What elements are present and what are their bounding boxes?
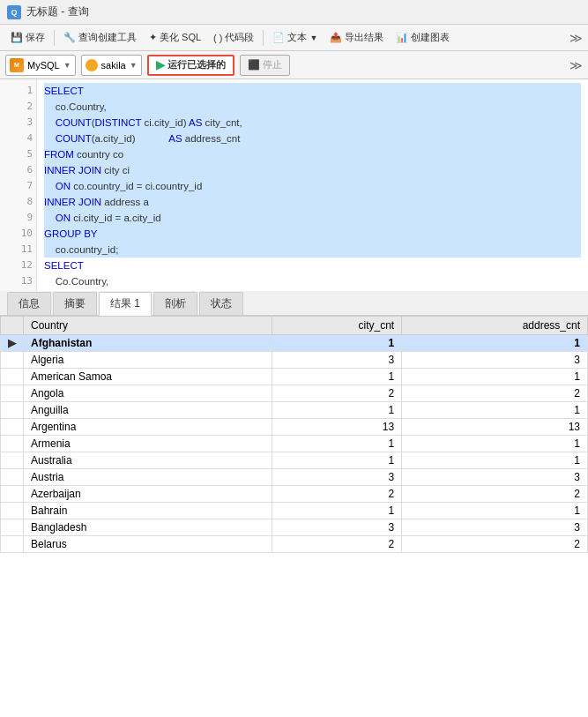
separator2 [263, 30, 264, 46]
code-line: INNER JOIN address a [44, 194, 581, 210]
col-header-Country: Country [24, 317, 272, 335]
table-row[interactable]: Argentina1313 [1, 419, 588, 436]
separator [54, 30, 55, 46]
table-row[interactable]: Algeria33 [1, 352, 588, 369]
code-line: FROM country co [44, 146, 581, 162]
db-name-icon [86, 59, 98, 71]
table-row[interactable]: Armenia11 [1, 436, 588, 452]
code-line: Co.Country, [44, 273, 581, 289]
bottom-tabs: 信息摘要结果 1剖析状态 [0, 291, 588, 316]
app-icon: Q [7, 5, 21, 19]
save-button[interactable]: 💾 保存 [5, 29, 50, 46]
col-header-city_cnt: city_cnt [272, 317, 402, 335]
toolbar-expand-icon[interactable]: ≫ [569, 31, 583, 45]
title-bar: Q 无标题 - 查询 [0, 0, 588, 25]
save-icon: 💾 [11, 32, 23, 43]
table-row[interactable]: Belarus22 [1, 536, 588, 553]
export-icon: 📤 [330, 32, 342, 43]
tab-结果1[interactable]: 结果 1 [99, 292, 152, 316]
code-icon: ( ) [213, 33, 222, 43]
toolbar: 💾 保存 🔧 查询创建工具 ✦ 美化 SQL ( ) 代码段 📄 文本 ▼ 📤 … [0, 25, 588, 51]
table-row[interactable]: Angola22 [1, 385, 588, 402]
line-numbers: 1234567891011121314151617181920212223 [12, 79, 37, 291]
fold-column: ⊖⊖ [0, 79, 12, 291]
text-dropdown-icon: ▼ [309, 34, 317, 42]
main-content: ⊖⊖ 1234567891011121314151617181920212223… [0, 79, 588, 717]
table-row[interactable]: American Samoa11 [1, 369, 588, 385]
code-line: (Select COUNT(1) [44, 289, 581, 291]
table-row[interactable]: Bahrain11 [1, 503, 588, 519]
mysql-icon: M [10, 58, 24, 72]
table-row[interactable]: Australia11 [1, 452, 588, 469]
results-table: Countrycity_cntaddress_cnt ▶Afghanistan1… [0, 316, 588, 553]
tab-信息[interactable]: 信息 [7, 292, 51, 315]
results-section: 信息摘要结果 1剖析状态 Countrycity_cntaddress_cnt … [0, 291, 588, 717]
beautify-icon: ✦ [149, 32, 157, 43]
code-editor: ⊖⊖ 1234567891011121314151617181920212223… [0, 79, 588, 291]
code-line: co.country_id; [44, 242, 581, 258]
code-line: ON ci.city_id = a.city_id [44, 210, 581, 226]
tab-摘要[interactable]: 摘要 [53, 292, 97, 315]
code-line: COUNT(DISTINCT ci.city_id) AS city_cnt, [44, 115, 581, 131]
table-row[interactable]: Azerbaijan22 [1, 486, 588, 503]
window-title: 无标题 - 查询 [26, 4, 89, 19]
table-row[interactable]: Anguilla11 [1, 402, 588, 419]
code-line: INNER JOIN city ci [44, 162, 581, 178]
code-block-button[interactable]: ( ) 代码段 [208, 29, 259, 46]
code-line: SELECT [44, 83, 581, 99]
tab-状态[interactable]: 状态 [199, 292, 243, 315]
results-panel[interactable]: Countrycity_cntaddress_cnt ▶Afghanistan1… [0, 316, 588, 717]
code-line: co.Country, [44, 99, 581, 115]
db-type-dropdown-icon: ▼ [63, 61, 71, 70]
text-icon: 📄 [272, 32, 285, 43]
create-chart-button[interactable]: 📊 创建图表 [391, 29, 455, 46]
tab-剖析[interactable]: 剖析 [153, 292, 197, 315]
chart-icon: 📊 [396, 32, 408, 43]
code-line: SELECT [44, 258, 581, 273]
run-selected-icon: ▶ [156, 58, 165, 71]
beautify-sql-button[interactable]: ✦ 美化 SQL [144, 29, 206, 46]
conn-bar-expand-icon[interactable]: ≫ [569, 58, 583, 72]
table-row[interactable]: Austria33 [1, 469, 588, 486]
db-name-dropdown-icon: ▼ [130, 61, 138, 70]
col-header-address_cnt: address_cnt [402, 317, 588, 335]
code-line: GROUP BY [44, 226, 581, 242]
code-line: COUNT(a.city_id) AS address_cnt [44, 131, 581, 146]
stop-button[interactable]: ⬛ 停止 [240, 55, 290, 76]
code-line: ON co.country_id = ci.country_id [44, 178, 581, 194]
stop-icon: ⬛ [248, 59, 260, 71]
export-result-button[interactable]: 📤 导出结果 [324, 29, 389, 46]
query-tool-button[interactable]: 🔧 查询创建工具 [58, 29, 142, 46]
db-type-select[interactable]: M MySQL ▼ [5, 55, 76, 76]
text-button[interactable]: 📄 文本 ▼ [267, 29, 323, 46]
query-tool-icon: 🔧 [63, 32, 76, 43]
table-row[interactable]: Bangladesh33 [1, 519, 588, 536]
db-name-select[interactable]: sakila ▼ [81, 55, 142, 76]
code-area[interactable]: SELECT co.Country, COUNT(DISTINCT ci.cit… [37, 79, 588, 291]
connection-bar: M MySQL ▼ sakila ▼ ▶ 运行已选择的 ⬛ 停止 ≫ [0, 51, 588, 79]
table-row[interactable]: ▶Afghanistan11 [1, 335, 588, 352]
run-selected-button[interactable]: ▶ 运行已选择的 [147, 55, 234, 76]
